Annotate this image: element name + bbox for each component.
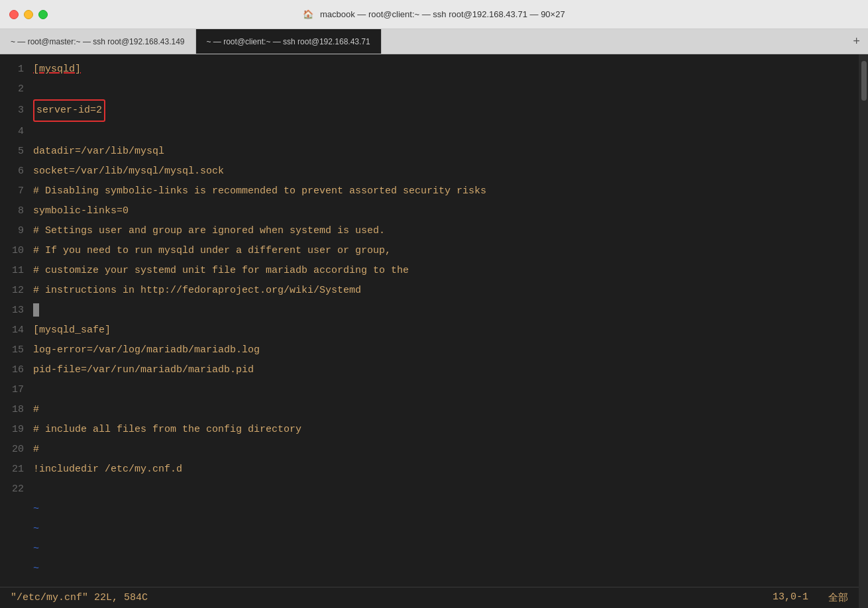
server-id-highlight: server-id=2 (33, 99, 105, 122)
traffic-lights (9, 10, 48, 19)
line-content-10: # If you need to run mysqld under a diff… (33, 241, 859, 261)
tilde-line-2: ~ (0, 519, 859, 539)
tab-client[interactable]: ~ — root@client:~ — ssh root@192.168.43.… (196, 29, 382, 54)
scrollbar[interactable] (859, 54, 868, 608)
title-bar: 🏠 macbook — root@client:~ — ssh root@192… (0, 0, 868, 29)
status-position: 13,0-1 (773, 591, 808, 604)
line-18: 18 # (0, 400, 859, 420)
home-icon: 🏠 (303, 9, 313, 19)
line-content-11: # customize your systemd unit file for m… (33, 261, 859, 281)
line-content-14: [mysqld_safe] (33, 321, 859, 340)
line-content-12: # instructions in http://fedoraproject.o… (33, 281, 859, 301)
line-num-2: 2 (0, 79, 33, 99)
tilde-line-1: ~ (0, 499, 859, 519)
line-num-4: 4 (0, 122, 33, 142)
text-cursor (33, 303, 39, 317)
line-2: 2 (0, 79, 859, 99)
new-tab-button[interactable]: + (853, 35, 860, 48)
line-content-13 (33, 301, 859, 321)
line-content-16: pid-file=/var/run/mariadb/mariadb.pid (33, 360, 859, 380)
tilde-content-3: ~ (33, 539, 859, 559)
line-num-3: 3 (0, 101, 33, 121)
line-num-12: 12 (0, 281, 33, 301)
tilde-content-1: ~ (33, 499, 859, 519)
line-content-20: # (33, 440, 859, 460)
line-num-22: 22 (0, 480, 33, 499)
line-content-8: symbolic-links=0 (33, 201, 859, 221)
line-num-13: 13 (0, 301, 33, 321)
line-10: 10 # If you need to run mysqld under a d… (0, 241, 859, 261)
line-content-9: # Settings user and group are ignored wh… (33, 221, 859, 241)
line-content-6: socket=/var/lib/mysql/mysql.sock (33, 162, 859, 181)
window-title: 🏠 macbook — root@client:~ — ssh root@192… (303, 9, 565, 19)
tab-bar: ~ — root@master:~ — ssh root@192.168.43.… (0, 29, 868, 54)
tab-master[interactable]: ~ — root@master:~ — ssh root@192.168.43.… (0, 29, 196, 54)
title-text-content: macbook — root@client:~ — ssh root@192.1… (320, 9, 565, 19)
line-13: 13 (0, 301, 859, 321)
line-11: 11 # customize your systemd unit file fo… (0, 261, 859, 281)
line-15: 15 log-error=/var/log/mariadb/mariadb.lo… (0, 340, 859, 360)
tilde-line-4: ~ (0, 559, 859, 579)
close-button[interactable] (9, 10, 19, 19)
line-content-1: [mysqld] (33, 60, 859, 79)
line-1: 1 [mysqld] (0, 60, 859, 79)
minimize-button[interactable] (24, 10, 33, 19)
tab-master-label: ~ — root@master:~ — ssh root@192.168.43.… (11, 37, 185, 46)
line-7: 7 # Disabling symbolic-links is recommen… (0, 181, 859, 201)
tilde-line-3: ~ (0, 539, 859, 559)
line-content-19: # include all files from the config dire… (33, 420, 859, 440)
main-content: 1 [mysqld] 2 3 server-id=2 4 5 datadir=/… (0, 54, 868, 608)
line-4: 4 (0, 122, 859, 142)
line-21: 21 !includedir /etc/my.cnf.d (0, 460, 859, 480)
line-num-19: 19 (0, 420, 33, 440)
line-num-5: 5 (0, 142, 33, 162)
line-6: 6 socket=/var/lib/mysql/mysql.sock (0, 162, 859, 181)
line-num-14: 14 (0, 321, 33, 340)
line-content-15: log-error=/var/log/mariadb/mariadb.log (33, 340, 859, 360)
line-num-15: 15 (0, 340, 33, 360)
line-3: 3 server-id=2 (0, 99, 859, 122)
line-num-11: 11 (0, 261, 33, 281)
line-8: 8 symbolic-links=0 (0, 201, 859, 221)
line-content-5: datadir=/var/lib/mysql (33, 142, 859, 162)
tab-client-label: ~ — root@client:~ — ssh root@192.168.43.… (207, 37, 370, 46)
line-num-8: 8 (0, 201, 33, 221)
scrollbar-thumb[interactable] (861, 61, 867, 101)
line-num-10: 10 (0, 241, 33, 261)
line-14: 14 [mysqld_safe] (0, 321, 859, 340)
line-num-16: 16 (0, 360, 33, 380)
line-num-20: 20 (0, 440, 33, 460)
editor-area[interactable]: 1 [mysqld] 2 3 server-id=2 4 5 datadir=/… (0, 54, 859, 608)
status-file-info: "/etc/my.cnf" 22L, 584C (11, 592, 773, 603)
line-num-21: 21 (0, 460, 33, 480)
maximize-button[interactable] (38, 10, 48, 19)
line-17: 17 (0, 380, 859, 400)
status-all: 全部 (828, 591, 848, 604)
tilde-content-4: ~ (33, 559, 859, 579)
line-num-7: 7 (0, 181, 33, 201)
line-5: 5 datadir=/var/lib/mysql (0, 142, 859, 162)
line-num-17: 17 (0, 380, 33, 400)
line-content-7: # Disabling symbolic-links is recommende… (33, 181, 859, 201)
line-9: 9 # Settings user and group are ignored … (0, 221, 859, 241)
line-content-3: server-id=2 (33, 99, 859, 122)
line-12: 12 # instructions in http://fedoraprojec… (0, 281, 859, 301)
line-num-18: 18 (0, 400, 33, 420)
line-16: 16 pid-file=/var/run/mariadb/mariadb.pid (0, 360, 859, 380)
line-22: 22 (0, 480, 859, 499)
line-num-1: 1 (0, 60, 33, 79)
line-num-9: 9 (0, 221, 33, 241)
line-num-6: 6 (0, 162, 33, 181)
line-content-18: # (33, 400, 859, 420)
status-bar: "/etc/my.cnf" 22L, 584C 13,0-1 全部 (0, 587, 859, 608)
section-mysqld: [mysqld] (33, 64, 81, 75)
tilde-content-2: ~ (33, 519, 859, 539)
status-right: 13,0-1 全部 (773, 591, 848, 604)
line-content-21: !includedir /etc/my.cnf.d (33, 460, 859, 480)
line-20: 20 # (0, 440, 859, 460)
line-19: 19 # include all files from the config d… (0, 420, 859, 440)
